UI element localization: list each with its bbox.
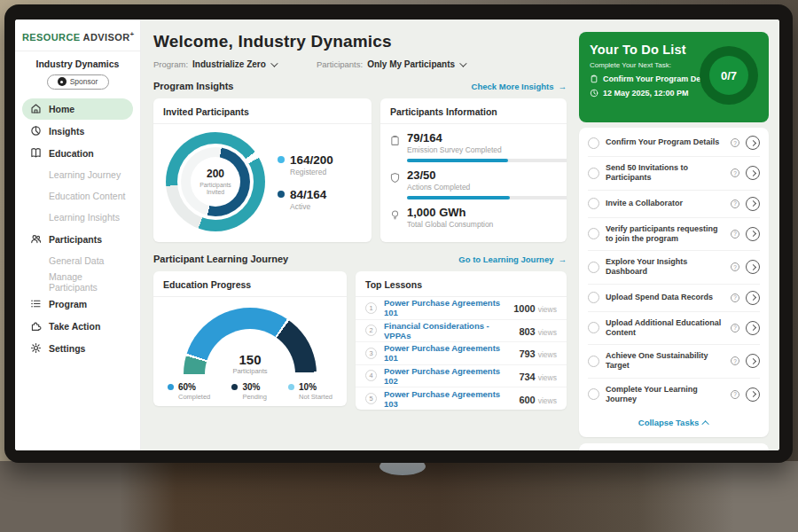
actions-completed-value: 23/50 (407, 168, 567, 182)
task-icon (590, 74, 598, 83)
help-icon[interactable]: ? (731, 230, 739, 239)
sidebar-item-home[interactable]: Home (22, 98, 133, 120)
collapse-tasks-link[interactable]: Collapse Tasks (588, 411, 760, 435)
top-lessons-card: Top Lessons 1 Power Purchase Agreements … (356, 271, 567, 410)
sidebar-item-general-data[interactable]: General Data (22, 251, 133, 271)
task-row: Explore Your Insights Dashboard ? (588, 251, 760, 285)
progress-bar-fill (407, 159, 508, 162)
actions-completed-label: Actions Completed (407, 183, 567, 192)
sidebar-item-learning-journey[interactable]: Learning Journey (22, 165, 133, 185)
task-row: Upload Additional Educational Content ? (588, 312, 760, 346)
sponsor-badge[interactable]: Sponsor (47, 74, 109, 90)
consumption-stat: 1,000 GWh Total Global Consumption (389, 206, 556, 229)
task-checkbox[interactable] (588, 198, 599, 209)
go-to-learning-journey-link[interactable]: Go to Learning Journey → (458, 254, 567, 264)
todo-list-card: Confirm Your Program Details ? Send 50 I… (579, 128, 769, 437)
legend-dot (288, 384, 294, 390)
sidebar-item-label: Home (49, 104, 74, 114)
help-icon[interactable]: ? (731, 262, 739, 271)
lesson-link[interactable]: Power Purchase Agreements 102 (384, 366, 512, 386)
task-checkbox[interactable] (588, 356, 599, 367)
program-dropdown-value: Industrialize Zero (192, 59, 266, 69)
filter-bar: Program: Industrialize Zero Participants… (153, 59, 567, 69)
task-chevron-button[interactable] (746, 227, 760, 241)
program-dropdown[interactable]: Program: Industrialize Zero (153, 59, 276, 69)
section-title: Program Insights (153, 81, 233, 91)
chevron-down-icon (459, 59, 466, 66)
task-chevron-button[interactable] (746, 197, 760, 211)
sidebar-item-label: Settings (49, 343, 85, 354)
divider (15, 51, 140, 51)
lesson-link[interactable]: Financial Considerations - VPPAs (384, 321, 512, 340)
sidebar-item-take-action[interactable]: Take Action (22, 316, 133, 337)
sidebar-item-participants[interactable]: Participants (22, 229, 133, 250)
task-checkbox[interactable] (588, 137, 599, 149)
task-checkbox[interactable] (588, 292, 599, 303)
sidebar-item-settings[interactable]: Settings (22, 338, 133, 359)
participants-icon (29, 233, 42, 246)
task-checkbox[interactable] (588, 388, 599, 400)
views-suffix: views (538, 305, 557, 314)
not-started-label: Not Started (299, 393, 332, 401)
page-title: Welcome, Industry Dynamics (153, 32, 567, 51)
help-icon[interactable]: ? (731, 138, 739, 147)
lesson-link[interactable]: Power Purchase Agreements 101 (384, 343, 512, 363)
lesson-rank: 3 (365, 348, 377, 359)
task-row: Verify participants requesting to join t… (588, 218, 760, 252)
sidebar-item-manage-participants[interactable]: Manage Participants (22, 272, 133, 293)
sidebar-item-education[interactable]: Education (22, 143, 133, 164)
task-chevron-button[interactable] (746, 354, 760, 368)
task-checkbox[interactable] (588, 228, 599, 239)
task-row: Send 50 Invitations to Participants ? (588, 157, 760, 191)
lesson-link[interactable]: Power Purchase Agreements 101 (384, 298, 506, 317)
help-icon[interactable]: ? (731, 324, 739, 332)
sidebar: RESOURCE ADVISOR+ Industry Dynamics Spon… (15, 20, 141, 450)
task-checkbox[interactable] (588, 262, 599, 273)
participants-information-card: Participants Information 79/164 Emission… (380, 98, 567, 242)
sponsor-badge-label: Sponsor (70, 77, 98, 86)
help-icon[interactable]: ? (731, 390, 739, 399)
recent-news-card: Recent News (579, 443, 769, 450)
active-label: Active (290, 202, 326, 211)
clipboard-icon (389, 134, 401, 145)
legend-pending: 30% Pending (231, 382, 267, 401)
sidebar-item-label: Take Action (49, 321, 100, 332)
task-chevron-button[interactable] (746, 260, 760, 274)
lesson-row: 5 Power Purchase Agreements 103 600views (356, 387, 567, 410)
bulb-icon (389, 208, 401, 220)
task-label: Achieve One Sustainability Target (606, 351, 724, 372)
help-icon[interactable]: ? (731, 200, 739, 208)
help-icon[interactable]: ? (731, 356, 739, 365)
section-title: Participant Learning Journey (153, 254, 288, 264)
task-checkbox[interactable] (588, 168, 599, 179)
participants-dropdown[interactable]: Participants: Only My Participants (317, 59, 465, 69)
gauge-center: 150 Participants (184, 352, 317, 375)
legend-registered: 164/200 Registered (278, 153, 333, 176)
help-icon[interactable]: ? (731, 168, 739, 177)
lesson-rank: 4 (365, 370, 377, 381)
sidebar-item-insights[interactable]: Insights (22, 121, 133, 142)
app-logo: RESOURCE ADVISOR+ (22, 30, 133, 43)
task-checkbox[interactable] (588, 322, 599, 333)
sidebar-item-learning-insights[interactable]: Learning Insights (22, 207, 133, 228)
help-icon[interactable]: ? (731, 293, 739, 302)
sidebar-item-education-content[interactable]: Education Content (22, 186, 133, 207)
todo-progress-value: 0/7 (709, 56, 748, 95)
check-more-insights-link[interactable]: Check More Insights → (472, 82, 567, 91)
logo-plus: + (130, 30, 135, 38)
task-label: Upload Additional Educational Content (606, 318, 724, 339)
task-chevron-button[interactable] (746, 136, 760, 150)
sidebar-item-program[interactable]: Program (22, 293, 133, 315)
arrow-right-icon: → (559, 82, 567, 91)
task-chevron-button[interactable] (746, 291, 760, 305)
sidebar-item-label: Manage Participants (49, 271, 126, 293)
task-chevron-button[interactable] (746, 166, 760, 180)
invited-participants-card: Invited Participants 200 Participants In… (153, 98, 372, 242)
insights-icon (29, 125, 42, 137)
task-chevron-button[interactable] (746, 387, 760, 402)
not-started-pct: 10% (299, 382, 332, 392)
lesson-rank: 5 (365, 393, 377, 404)
lesson-link[interactable]: Power Purchase Agreements 103 (384, 389, 512, 409)
task-chevron-button[interactable] (746, 321, 760, 335)
task-label: Invite a Collaborator (606, 199, 724, 208)
